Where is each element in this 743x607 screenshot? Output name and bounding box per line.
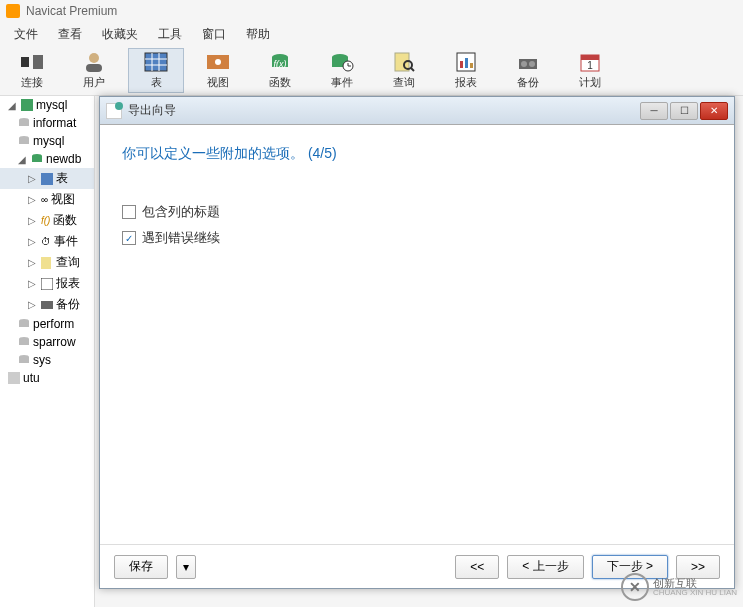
- dialog-prompt: 你可以定义一些附加的选项。 (4/5): [122, 145, 712, 163]
- query-icon: [41, 257, 53, 269]
- sidebar-item-functions[interactable]: ▷f()函数: [0, 210, 94, 231]
- tool-query[interactable]: 查询: [376, 48, 432, 93]
- expand-icon[interactable]: ▷: [28, 299, 38, 310]
- menu-window[interactable]: 窗口: [196, 24, 232, 45]
- tool-user[interactable]: 用户: [66, 48, 122, 93]
- dialog-title: 导出向导: [128, 102, 176, 119]
- event-icon: [329, 51, 355, 73]
- svg-rect-38: [32, 156, 42, 162]
- expand-icon[interactable]: ▷: [28, 194, 38, 205]
- svg-rect-4: [145, 53, 167, 71]
- app-titlebar: Navicat Premium: [0, 0, 743, 22]
- menu-view[interactable]: 查看: [52, 24, 88, 45]
- svg-point-28: [529, 61, 535, 67]
- sidebar-item-mysql[interactable]: ◢mysql: [0, 96, 94, 114]
- table-icon: [41, 173, 53, 185]
- menu-favorites[interactable]: 收藏夹: [96, 24, 144, 45]
- checkbox-include-headers[interactable]: 包含列的标题: [122, 203, 712, 221]
- svg-rect-40: [41, 257, 51, 269]
- svg-point-2: [89, 53, 99, 63]
- backup-icon: [515, 51, 541, 73]
- svg-rect-39: [41, 173, 53, 185]
- database-icon: [18, 117, 30, 129]
- sidebar-item-backups[interactable]: ▷备份: [0, 294, 94, 315]
- tool-function[interactable]: f(x) 函数: [252, 48, 308, 93]
- checkbox-icon[interactable]: [122, 231, 136, 245]
- menu-help[interactable]: 帮助: [240, 24, 276, 45]
- tool-report[interactable]: 报表: [438, 48, 494, 93]
- menubar: 文件 查看 收藏夹 工具 窗口 帮助: [0, 22, 743, 46]
- svg-rect-41: [41, 278, 53, 290]
- sidebar-item-views[interactable]: ▷∞视图: [0, 189, 94, 210]
- svg-rect-34: [19, 120, 29, 126]
- expand-icon[interactable]: ▷: [28, 236, 38, 247]
- svg-rect-1: [33, 55, 43, 69]
- svg-point-10: [215, 59, 221, 65]
- svg-rect-23: [460, 61, 463, 68]
- checkbox-label: 包含列的标题: [142, 203, 220, 221]
- sidebar-item-queries[interactable]: ▷查询: [0, 252, 94, 273]
- database-icon: [31, 153, 43, 165]
- report-icon: [41, 278, 53, 290]
- plug-icon: [19, 51, 45, 73]
- tool-table[interactable]: 表: [128, 48, 184, 93]
- dialog-titlebar[interactable]: 导出向导 ─ ☐ ✕: [100, 97, 734, 125]
- database-icon: [18, 318, 30, 330]
- tool-event[interactable]: 事件: [314, 48, 370, 93]
- svg-rect-3: [86, 64, 102, 72]
- schedule-icon: 1: [577, 51, 603, 73]
- svg-rect-49: [8, 372, 20, 384]
- expand-icon[interactable]: ▷: [28, 257, 38, 268]
- sidebar-item-perform[interactable]: perform: [0, 315, 94, 333]
- close-button[interactable]: ✕: [700, 102, 728, 120]
- svg-text:f(x): f(x): [274, 59, 287, 69]
- sidebar-item-utu[interactable]: utu: [0, 369, 94, 387]
- minimize-button[interactable]: ─: [640, 102, 668, 120]
- prev-button[interactable]: < 上一步: [507, 555, 583, 579]
- user-icon: [81, 51, 107, 73]
- first-button[interactable]: <<: [455, 555, 499, 579]
- expand-icon[interactable]: ▷: [28, 278, 38, 289]
- sidebar-item-sys[interactable]: sys: [0, 351, 94, 369]
- sidebar-item-informat[interactable]: informat: [0, 114, 94, 132]
- tool-schedule[interactable]: 1 计划: [562, 48, 618, 93]
- save-dropdown-button[interactable]: ▾: [176, 555, 196, 579]
- sidebar-item-mysql-db[interactable]: mysql: [0, 132, 94, 150]
- sidebar-item-newdb[interactable]: ◢newdb: [0, 150, 94, 168]
- watermark: ✕ 创新互联 CHUANG XIN HU LIAN: [621, 573, 737, 601]
- collapse-icon[interactable]: ◢: [18, 154, 28, 165]
- report-icon: [453, 51, 479, 73]
- menu-file[interactable]: 文件: [8, 24, 44, 45]
- svg-text:1: 1: [587, 60, 593, 71]
- checkbox-icon[interactable]: [122, 205, 136, 219]
- maximize-button[interactable]: ☐: [670, 102, 698, 120]
- svg-rect-48: [19, 357, 29, 363]
- backup-icon: [41, 299, 53, 311]
- svg-point-27: [521, 61, 527, 67]
- checkbox-continue-on-error[interactable]: 遇到错误继续: [122, 229, 712, 247]
- sidebar: ◢mysql informat mysql ◢newdb ▷表 ▷∞视图 ▷f(…: [0, 96, 95, 607]
- database-icon: [18, 336, 30, 348]
- svg-rect-46: [19, 339, 29, 345]
- svg-rect-44: [19, 321, 29, 327]
- save-button[interactable]: 保存: [114, 555, 168, 579]
- collapse-icon[interactable]: ◢: [8, 100, 18, 111]
- expand-icon[interactable]: ▷: [28, 173, 38, 184]
- tool-connect[interactable]: 连接: [4, 48, 60, 93]
- sidebar-item-events[interactable]: ▷⏱事件: [0, 231, 94, 252]
- svg-rect-24: [465, 58, 468, 68]
- expand-icon[interactable]: ▷: [28, 215, 38, 226]
- dialog-body: 你可以定义一些附加的选项。 (4/5) 包含列的标题 遇到错误继续: [100, 125, 734, 544]
- watermark-brand: 创新互联: [653, 577, 737, 589]
- tool-view[interactable]: 视图: [190, 48, 246, 93]
- database-icon: [18, 135, 30, 147]
- sidebar-item-reports[interactable]: ▷报表: [0, 273, 94, 294]
- event-icon: ⏱: [41, 236, 51, 247]
- toolbar: 连接 用户 表 视图 f(x) 函数 事件 查询 报表 备份 1 计划: [0, 46, 743, 96]
- menu-tools[interactable]: 工具: [152, 24, 188, 45]
- tool-backup[interactable]: 备份: [500, 48, 556, 93]
- sidebar-item-sparrow[interactable]: sparrow: [0, 333, 94, 351]
- server-icon: [8, 372, 20, 384]
- svg-rect-25: [470, 63, 473, 68]
- sidebar-item-tables[interactable]: ▷表: [0, 168, 94, 189]
